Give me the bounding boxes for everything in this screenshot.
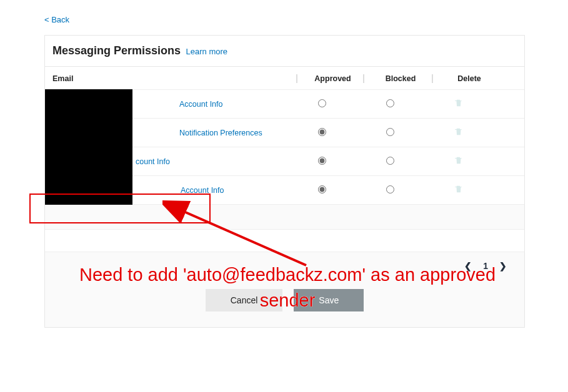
redacted-email: [45, 175, 132, 205]
approved-radio[interactable]: [318, 157, 326, 165]
redacted-email: [45, 118, 132, 147]
next-page-icon[interactable]: ❯: [499, 261, 507, 271]
col-email: Email: [52, 74, 296, 83]
panel-header: Messaging Permissions Learn more: [45, 36, 524, 67]
add-sender-row[interactable]: [45, 205, 524, 230]
email-detail-link[interactable]: Account Info: [181, 186, 224, 195]
delete-cell: [424, 98, 493, 110]
delete-cell: [424, 184, 493, 197]
blocked-radio[interactable]: [386, 128, 394, 136]
messaging-permissions-panel: Messaging Permissions Learn more Email A…: [44, 35, 525, 328]
trash-icon[interactable]: [454, 155, 463, 165]
email-cell: Notification Preferences: [45, 119, 289, 147]
email-detail-link[interactable]: count Info: [136, 157, 170, 166]
delete-cell: [424, 127, 493, 139]
save-button[interactable]: Save: [294, 289, 364, 311]
table-header-row: Email Approved Blocked Delete: [45, 67, 524, 90]
approved-cell: [289, 185, 356, 196]
approved-radio[interactable]: [318, 99, 326, 107]
approved-radio[interactable]: [318, 128, 326, 136]
table-row: Account Info: [45, 90, 524, 119]
spacer-row: [45, 230, 524, 252]
redacted-email: [45, 147, 132, 176]
col-blocked: Blocked: [363, 74, 432, 83]
email-cell: count Info: [45, 147, 289, 175]
delete-cell: [424, 155, 493, 168]
email-cell: Account Info: [45, 90, 289, 118]
approved-cell: [289, 127, 356, 139]
table-row: count Info: [45, 147, 524, 176]
pagination: ❮ 1 ❯: [45, 252, 524, 280]
trash-icon[interactable]: [454, 127, 463, 137]
email-detail-link[interactable]: Account Info: [179, 100, 223, 109]
trash-icon[interactable]: [454, 98, 463, 108]
trash-icon[interactable]: [454, 184, 463, 194]
email-cell: Account Info: [45, 176, 289, 204]
blocked-radio[interactable]: [386, 157, 394, 165]
back-link[interactable]: < Back: [44, 15, 69, 24]
page-title: Messaging Permissions: [52, 44, 181, 57]
prev-page-icon[interactable]: ❮: [464, 261, 472, 271]
col-approved: Approved: [296, 74, 363, 83]
col-delete: Delete: [432, 74, 501, 83]
blocked-cell: [356, 185, 424, 196]
approved-radio[interactable]: [318, 185, 326, 194]
blocked-cell: [356, 99, 424, 110]
table-row: Notification Preferences: [45, 119, 524, 147]
approved-cell: [289, 156, 356, 167]
table-row: Account Info: [45, 176, 524, 205]
email-detail-link[interactable]: Notification Preferences: [179, 129, 262, 137]
redacted-email: [45, 89, 132, 119]
blocked-radio[interactable]: [386, 99, 394, 107]
footer-buttons: Cancel Save: [45, 280, 524, 327]
blocked-radio[interactable]: [386, 185, 394, 194]
page-number: 1: [483, 261, 488, 271]
blocked-cell: [356, 156, 424, 167]
approved-cell: [289, 99, 356, 110]
cancel-button[interactable]: Cancel: [206, 289, 283, 311]
blocked-cell: [356, 127, 424, 139]
learn-more-link[interactable]: Learn more: [186, 47, 227, 56]
